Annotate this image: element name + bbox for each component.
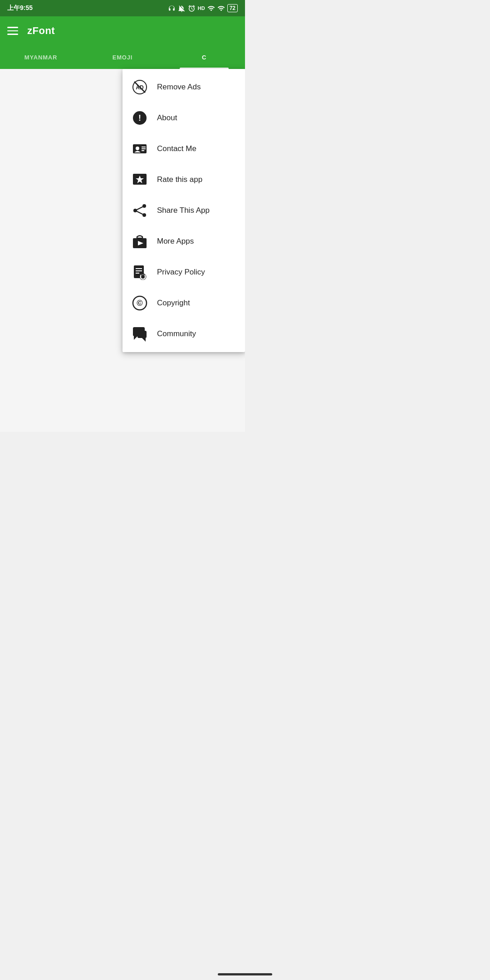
svg-rect-30 <box>137 331 147 338</box>
menu-item-share-app[interactable]: Share This App <box>122 195 245 226</box>
wifi-icon <box>217 5 225 12</box>
menu-label-remove-ads: Remove Ads <box>157 83 201 92</box>
copyright-circle-icon: © <box>132 295 148 311</box>
app-bar: zFont <box>0 16 245 45</box>
tab-c[interactable]: C <box>163 45 245 69</box>
menu-label-share-app: Share This App <box>157 206 210 215</box>
svg-point-6 <box>136 147 139 150</box>
dropdown-menu: AD Remove Ads ! About <box>122 69 245 352</box>
menu-item-more-apps[interactable]: More Apps <box>122 226 245 257</box>
hamburger-menu-button[interactable] <box>7 27 18 35</box>
alarm-icon <box>188 5 196 12</box>
battery-label: 72 <box>227 4 238 12</box>
menu-item-copyright[interactable]: © Copyright <box>122 288 245 318</box>
menu-item-remove-ads[interactable]: AD Remove Ads <box>122 72 245 103</box>
menu-item-rate-app[interactable]: Rate this app <box>122 164 245 195</box>
app-title: zFont <box>27 25 55 37</box>
menu-label-community: Community <box>157 329 196 338</box>
share-icon <box>132 202 148 219</box>
menu-label-privacy-policy: Privacy Policy <box>157 268 205 277</box>
svg-marker-31 <box>142 338 146 342</box>
svg-rect-25 <box>142 275 144 278</box>
menu-label-copyright: Copyright <box>157 299 190 308</box>
main-content: AD Remove Ads ! About <box>0 69 245 432</box>
svg-marker-29 <box>134 336 137 340</box>
bell-muted-icon <box>178 5 186 12</box>
svg-line-15 <box>135 206 144 211</box>
ad-circle-icon: AD <box>132 79 148 95</box>
svg-line-16 <box>135 211 144 215</box>
status-time: 上午9:55 <box>7 4 33 12</box>
hamburger-line <box>7 27 18 28</box>
menu-label-contact-me: Contact Me <box>157 144 196 153</box>
svg-text:©: © <box>137 299 142 308</box>
hamburger-line <box>7 30 18 32</box>
menu-item-community[interactable]: Community <box>122 318 245 349</box>
menu-label-rate-app: Rate this app <box>157 175 202 184</box>
menu-label-about: About <box>157 113 177 122</box>
headphone-icon <box>168 5 176 12</box>
info-circle-icon: ! <box>132 110 148 126</box>
signal-icon <box>207 5 215 12</box>
rate-icon <box>132 172 148 188</box>
status-bar: 上午9:55 HD 72 <box>0 0 245 16</box>
contact-card-icon <box>132 141 148 157</box>
tab-emoji[interactable]: EMOJI <box>82 45 163 69</box>
play-bag-icon <box>132 233 148 250</box>
menu-label-more-apps: More Apps <box>157 237 194 246</box>
tab-bar: MYANMAR EMOJI C <box>0 45 245 69</box>
svg-text:!: ! <box>138 113 141 122</box>
hd-icon: HD <box>198 5 205 11</box>
status-icons: HD 72 <box>168 4 238 12</box>
hamburger-line <box>7 34 18 35</box>
doc-lock-icon <box>132 264 148 280</box>
community-chat-icon <box>132 326 148 342</box>
tab-myanmar[interactable]: MYANMAR <box>0 45 82 69</box>
menu-item-privacy-policy[interactable]: Privacy Policy <box>122 257 245 288</box>
menu-item-contact-me[interactable]: Contact Me <box>122 133 245 164</box>
menu-item-about[interactable]: ! About <box>122 103 245 133</box>
